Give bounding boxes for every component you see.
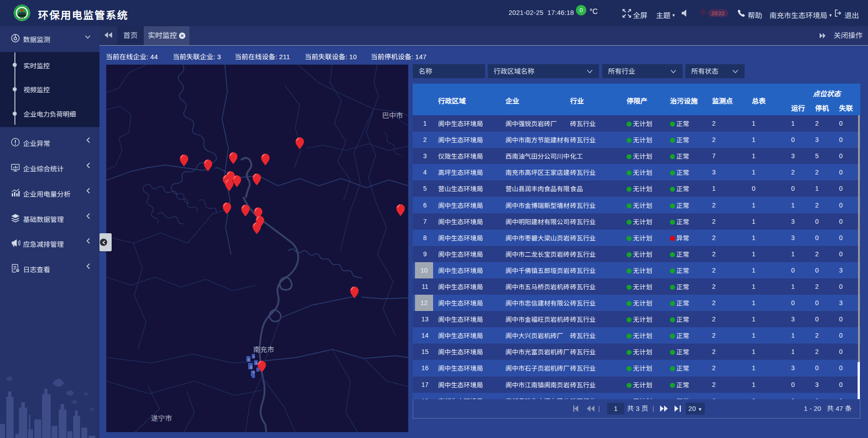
svg-text:南充市: 南充市 xyxy=(253,346,274,353)
svg-text:遂宁市: 遂宁市 xyxy=(151,414,172,422)
svg-text:巴中市: 巴中市 xyxy=(382,112,403,119)
